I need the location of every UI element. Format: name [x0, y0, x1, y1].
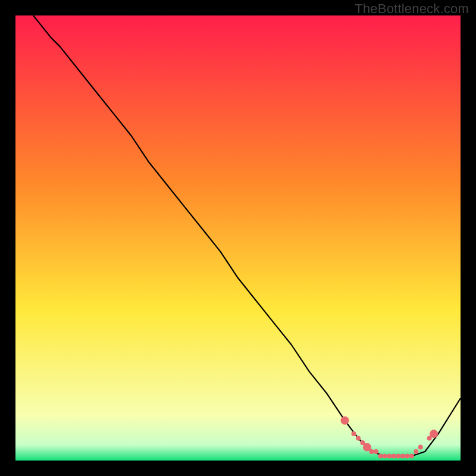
highlight-dot — [418, 445, 423, 450]
highlight-dot — [378, 454, 383, 459]
chart-frame: TheBottleneck.com — [0, 0, 476, 476]
highlight-dot — [409, 454, 414, 459]
highlight-dot — [352, 431, 356, 436]
highlight-dot — [387, 454, 392, 459]
highlight-dot — [396, 454, 400, 459]
plot-area — [15, 15, 461, 461]
highlight-dot — [392, 454, 396, 459]
highlight-dot — [374, 449, 378, 454]
highlight-dot — [405, 454, 409, 459]
highlight-dot — [369, 449, 374, 454]
chart-svg — [15, 15, 461, 461]
highlight-dot — [414, 449, 418, 454]
highlight-dot — [400, 454, 405, 459]
gradient-bg — [15, 15, 461, 461]
highlight-dot — [356, 436, 361, 441]
watermark-text: TheBottleneck.com — [355, 1, 469, 17]
highlight-dot — [430, 430, 438, 438]
highlight-dot — [383, 454, 387, 459]
highlight-dot — [341, 416, 349, 425]
